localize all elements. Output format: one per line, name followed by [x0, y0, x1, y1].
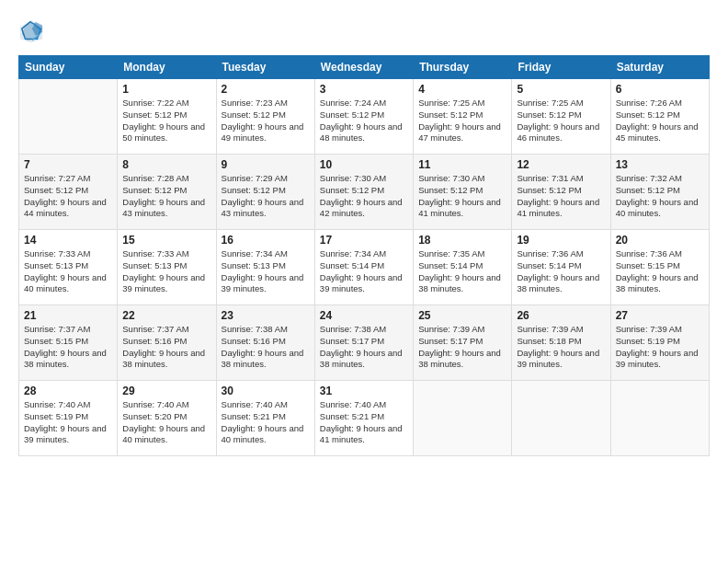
cell-info: Sunrise: 7:37 AM Sunset: 5:16 PM Dayligh… — [122, 324, 210, 371]
day-number: 19 — [517, 234, 605, 247]
cell-info: Sunrise: 7:40 AM Sunset: 5:19 PM Dayligh… — [24, 399, 112, 446]
calendar-cell: 18Sunrise: 7:35 AM Sunset: 5:14 PM Dayli… — [414, 230, 512, 305]
day-number: 20 — [616, 234, 704, 247]
day-number: 5 — [517, 83, 605, 96]
cell-info: Sunrise: 7:30 AM Sunset: 5:12 PM Dayligh… — [320, 173, 408, 220]
calendar-week-row: 14Sunrise: 7:33 AM Sunset: 5:13 PM Dayli… — [19, 230, 710, 305]
cell-info: Sunrise: 7:40 AM Sunset: 5:21 PM Dayligh… — [222, 399, 310, 446]
calendar-cell — [512, 381, 610, 456]
cell-info: Sunrise: 7:31 AM Sunset: 5:12 PM Dayligh… — [517, 173, 605, 220]
calendar-cell: 19Sunrise: 7:36 AM Sunset: 5:14 PM Dayli… — [512, 230, 610, 305]
calendar-cell: 27Sunrise: 7:39 AM Sunset: 5:19 PM Dayli… — [610, 305, 709, 381]
day-number: 23 — [222, 309, 310, 322]
logo-icon — [18, 18, 44, 44]
day-number: 7 — [24, 158, 112, 171]
cell-info: Sunrise: 7:33 AM Sunset: 5:13 PM Dayligh… — [24, 248, 112, 295]
calendar-week-row: 7Sunrise: 7:27 AM Sunset: 5:12 PM Daylig… — [19, 155, 710, 230]
day-number: 2 — [222, 83, 310, 96]
cell-info: Sunrise: 7:26 AM Sunset: 5:12 PM Dayligh… — [616, 98, 704, 144]
day-header: Thursday — [414, 56, 512, 79]
cell-info: Sunrise: 7:24 AM Sunset: 5:12 PM Dayligh… — [320, 98, 408, 144]
cell-info: Sunrise: 7:25 AM Sunset: 5:12 PM Dayligh… — [517, 98, 605, 144]
day-header: Wednesday — [314, 56, 413, 79]
cell-info: Sunrise: 7:27 AM Sunset: 5:12 PM Dayligh… — [24, 173, 112, 220]
cell-info: Sunrise: 7:33 AM Sunset: 5:13 PM Dayligh… — [122, 248, 210, 295]
cell-info: Sunrise: 7:29 AM Sunset: 5:12 PM Dayligh… — [222, 173, 310, 220]
cell-info: Sunrise: 7:22 AM Sunset: 5:12 PM Dayligh… — [122, 98, 210, 144]
day-header: Saturday — [610, 56, 709, 79]
day-number: 16 — [222, 234, 310, 247]
cell-info: Sunrise: 7:30 AM Sunset: 5:12 PM Dayligh… — [418, 173, 506, 220]
day-number: 24 — [320, 309, 408, 322]
cell-info: Sunrise: 7:34 AM Sunset: 5:13 PM Dayligh… — [222, 248, 310, 295]
day-number: 21 — [24, 309, 112, 322]
calendar-cell: 9Sunrise: 7:29 AM Sunset: 5:12 PM Daylig… — [216, 155, 314, 230]
calendar-cell: 28Sunrise: 7:40 AM Sunset: 5:19 PM Dayli… — [19, 381, 118, 456]
day-number: 28 — [24, 385, 112, 397]
calendar-cell: 26Sunrise: 7:39 AM Sunset: 5:18 PM Dayli… — [512, 305, 610, 381]
day-header: Tuesday — [216, 56, 314, 79]
cell-info: Sunrise: 7:32 AM Sunset: 5:12 PM Dayligh… — [616, 173, 704, 220]
day-number: 3 — [320, 83, 408, 96]
calendar-week-row: 28Sunrise: 7:40 AM Sunset: 5:19 PM Dayli… — [19, 381, 710, 456]
cell-info: Sunrise: 7:40 AM Sunset: 5:20 PM Dayligh… — [122, 399, 210, 446]
calendar-header-row: SundayMondayTuesdayWednesdayThursdayFrid… — [19, 56, 710, 79]
day-number: 12 — [517, 158, 605, 171]
calendar-cell: 1Sunrise: 7:22 AM Sunset: 5:12 PM Daylig… — [118, 79, 216, 155]
calendar-cell: 24Sunrise: 7:38 AM Sunset: 5:17 PM Dayli… — [314, 305, 413, 381]
day-number: 4 — [418, 83, 506, 96]
cell-info: Sunrise: 7:40 AM Sunset: 5:21 PM Dayligh… — [320, 399, 408, 446]
day-number: 1 — [122, 83, 210, 96]
day-number: 29 — [122, 385, 210, 397]
cell-info: Sunrise: 7:34 AM Sunset: 5:14 PM Dayligh… — [320, 248, 408, 295]
day-number: 31 — [320, 385, 408, 397]
cell-info: Sunrise: 7:38 AM Sunset: 5:17 PM Dayligh… — [320, 324, 408, 371]
day-number: 27 — [616, 309, 704, 322]
calendar-cell: 8Sunrise: 7:28 AM Sunset: 5:12 PM Daylig… — [118, 155, 216, 230]
day-number: 8 — [122, 158, 210, 171]
day-number: 14 — [24, 234, 112, 247]
logo — [18, 18, 48, 44]
cell-info: Sunrise: 7:36 AM Sunset: 5:14 PM Dayligh… — [517, 248, 605, 295]
day-header: Friday — [512, 56, 610, 79]
calendar-cell: 6Sunrise: 7:26 AM Sunset: 5:12 PM Daylig… — [610, 79, 709, 155]
day-number: 30 — [222, 385, 310, 397]
calendar-cell: 31Sunrise: 7:40 AM Sunset: 5:21 PM Dayli… — [314, 381, 413, 456]
header — [18, 18, 710, 44]
calendar-cell: 10Sunrise: 7:30 AM Sunset: 5:12 PM Dayli… — [314, 155, 413, 230]
calendar-cell: 20Sunrise: 7:36 AM Sunset: 5:15 PM Dayli… — [610, 230, 709, 305]
calendar-cell: 7Sunrise: 7:27 AM Sunset: 5:12 PM Daylig… — [19, 155, 118, 230]
calendar-table: SundayMondayTuesdayWednesdayThursdayFrid… — [18, 55, 710, 456]
calendar-cell: 29Sunrise: 7:40 AM Sunset: 5:20 PM Dayli… — [118, 381, 216, 456]
calendar-cell: 25Sunrise: 7:39 AM Sunset: 5:17 PM Dayli… — [414, 305, 512, 381]
calendar-cell: 11Sunrise: 7:30 AM Sunset: 5:12 PM Dayli… — [414, 155, 512, 230]
calendar-cell — [414, 381, 512, 456]
calendar-cell: 17Sunrise: 7:34 AM Sunset: 5:14 PM Dayli… — [314, 230, 413, 305]
day-number: 11 — [418, 158, 506, 171]
day-number: 6 — [616, 83, 704, 96]
day-number: 18 — [418, 234, 506, 247]
calendar-cell — [610, 381, 709, 456]
calendar-cell: 21Sunrise: 7:37 AM Sunset: 5:15 PM Dayli… — [19, 305, 118, 381]
cell-info: Sunrise: 7:36 AM Sunset: 5:15 PM Dayligh… — [616, 248, 704, 295]
calendar-cell: 15Sunrise: 7:33 AM Sunset: 5:13 PM Dayli… — [118, 230, 216, 305]
day-header: Sunday — [19, 56, 118, 79]
day-number: 10 — [320, 158, 408, 171]
calendar-cell — [19, 79, 118, 155]
day-number: 15 — [122, 234, 210, 247]
cell-info: Sunrise: 7:39 AM Sunset: 5:18 PM Dayligh… — [517, 324, 605, 371]
calendar-cell: 13Sunrise: 7:32 AM Sunset: 5:12 PM Dayli… — [610, 155, 709, 230]
day-number: 13 — [616, 158, 704, 171]
day-number: 9 — [222, 158, 310, 171]
cell-info: Sunrise: 7:39 AM Sunset: 5:19 PM Dayligh… — [616, 324, 704, 371]
calendar-cell: 12Sunrise: 7:31 AM Sunset: 5:12 PM Dayli… — [512, 155, 610, 230]
day-number: 22 — [122, 309, 210, 322]
cell-info: Sunrise: 7:38 AM Sunset: 5:16 PM Dayligh… — [222, 324, 310, 371]
calendar-cell: 30Sunrise: 7:40 AM Sunset: 5:21 PM Dayli… — [216, 381, 314, 456]
day-number: 25 — [418, 309, 506, 322]
day-number: 26 — [517, 309, 605, 322]
calendar-cell: 16Sunrise: 7:34 AM Sunset: 5:13 PM Dayli… — [216, 230, 314, 305]
cell-info: Sunrise: 7:23 AM Sunset: 5:12 PM Dayligh… — [222, 98, 310, 144]
cell-info: Sunrise: 7:28 AM Sunset: 5:12 PM Dayligh… — [122, 173, 210, 220]
cell-info: Sunrise: 7:25 AM Sunset: 5:12 PM Dayligh… — [418, 98, 506, 144]
